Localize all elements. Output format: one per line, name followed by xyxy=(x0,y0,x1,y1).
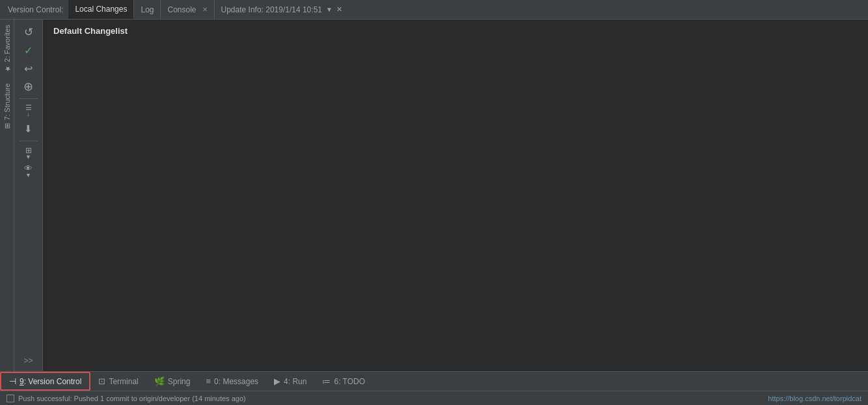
bottom-tab-terminal[interactable]: ⊡ Terminal xyxy=(90,372,146,391)
main-area: ★ 2: Favorites ⊞ 7: Structure ↺ ✓ ↩ ⊕ ☰ … xyxy=(0,20,868,371)
bottom-tab-spring[interactable]: 🌿 Spring xyxy=(146,372,198,391)
todo-icon: ≔ xyxy=(322,376,331,386)
status-bar-left: Push successful: Pushed 1 commit to orig… xyxy=(7,395,246,402)
update-info-close-icon[interactable]: ✕ xyxy=(336,5,342,14)
download-icon: ⬇ xyxy=(24,123,33,135)
bottom-tab-messages[interactable]: ≡ 0: Messages xyxy=(198,372,266,391)
toolbar-separator-1 xyxy=(20,98,38,99)
update-info[interactable]: Update Info: 2019/1/14 10:51 ▼ ✕ xyxy=(221,5,342,14)
structure-label: 7: Structure xyxy=(3,83,11,120)
toolbar: ↺ ✓ ↩ ⊕ ☰ ↓ ⬇ ⊞ ▼ 👁 xyxy=(14,20,43,371)
refresh-button[interactable]: ↺ xyxy=(20,23,38,40)
messages-icon: ≡ xyxy=(206,376,211,386)
eye-icon: 👁 ▼ xyxy=(24,164,33,178)
tab-console-close[interactable]: ✕ xyxy=(202,6,208,13)
tab-bar: Version Control: Local Changes Log Conso… xyxy=(0,0,868,20)
tab-console-label: Console xyxy=(167,5,196,14)
bottom-tab-todo-label: 6: TODO xyxy=(334,377,365,386)
content-area: Default Changelist xyxy=(43,20,868,371)
refresh-icon: ↺ xyxy=(24,25,33,39)
bottom-tab-todo[interactable]: ≔ 6: TODO xyxy=(314,372,373,391)
add-to-vcs-button[interactable]: ⊕ xyxy=(20,78,38,95)
bottom-tab-terminal-label: Terminal xyxy=(109,377,138,386)
view-options-button[interactable]: 👁 ▼ xyxy=(20,163,38,180)
toolbar-more-button[interactable]: >> xyxy=(20,354,38,367)
update-info-dropdown-icon[interactable]: ▼ xyxy=(326,6,332,13)
add-icon: ⊕ xyxy=(23,79,33,94)
status-url[interactable]: https://blog.csdn.net/torpidcat xyxy=(768,395,861,402)
run-icon: ▶ xyxy=(274,376,280,386)
bottom-tab-messages-label: 0: Messages xyxy=(214,377,258,386)
check-icon: ✓ xyxy=(24,44,33,57)
spring-icon: 🌿 xyxy=(154,376,165,386)
changelist-title: Default Changelist xyxy=(53,26,858,36)
version-control-icon: ⊣ xyxy=(9,376,16,386)
move-to-changelist-button[interactable]: ☰ ↓ xyxy=(20,102,38,119)
commit-button[interactable]: ✓ xyxy=(20,42,38,59)
bottom-tabs: ⊣ 9: Version Control ⊡ Terminal 🌿 Spring… xyxy=(0,371,868,391)
status-bar: Push successful: Pushed 1 commit to orig… xyxy=(0,391,868,405)
tab-log[interactable]: Log xyxy=(134,0,161,19)
tab-local-changes-label: Local Changes xyxy=(75,5,127,14)
bottom-tab-version-control-label: 9: Version Control xyxy=(20,377,81,386)
tab-console[interactable]: Console ✕ xyxy=(161,0,214,19)
status-message: Push successful: Pushed 1 commit to orig… xyxy=(18,395,246,402)
bottom-tab-run-label: 4: Run xyxy=(284,377,306,386)
toolbar-separator-2 xyxy=(20,141,38,141)
terminal-icon: ⊡ xyxy=(98,376,105,386)
move-icon: ☰ ↓ xyxy=(25,104,32,117)
side-labels: ★ 2: Favorites ⊞ 7: Structure xyxy=(0,20,14,371)
rollback-button[interactable]: ↩ xyxy=(20,60,38,77)
rollback-icon: ↩ xyxy=(24,63,33,75)
sidebar-item-favorites[interactable]: ★ 2: Favorites xyxy=(0,20,14,78)
bottom-tab-spring-label: Spring xyxy=(168,377,191,386)
tab-local-changes[interactable]: Local Changes xyxy=(68,0,134,19)
sidebar-item-structure[interactable]: ⊞ 7: Structure xyxy=(0,78,14,134)
version-control-label: Version Control: xyxy=(5,5,68,14)
favorites-label: 2: Favorites xyxy=(3,25,11,62)
status-checkbox[interactable] xyxy=(7,395,14,402)
star-icon: ★ xyxy=(3,64,11,73)
group-by-button[interactable]: ⊞ ▼ xyxy=(20,145,38,161)
group-icon: ⊞ ▼ xyxy=(25,147,32,160)
bottom-tab-version-control[interactable]: ⊣ 9: Version Control xyxy=(0,372,90,391)
update-button[interactable]: ⬇ xyxy=(20,120,38,137)
update-info-label: Update Info: 2019/1/14 10:51 xyxy=(221,5,322,14)
bottom-tab-run[interactable]: ▶ 4: Run xyxy=(266,372,314,391)
structure-icon: ⊞ xyxy=(3,123,11,129)
tab-log-label: Log xyxy=(141,5,154,14)
